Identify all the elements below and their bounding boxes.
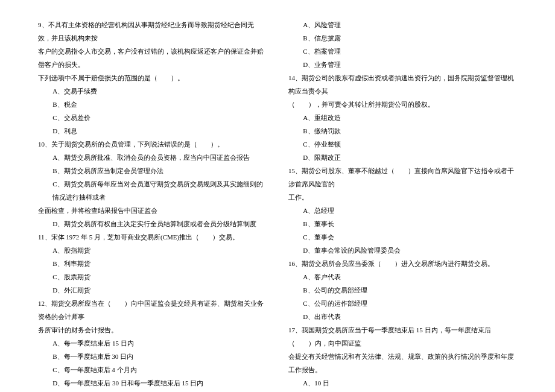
q15-stem-line1: 15、期货公司股东、董事不能越过（ ）直接向首席风险官下达指令或者干涉首席风险官… <box>288 164 517 191</box>
q16-option-d: D、出市代表 <box>288 310 517 323</box>
q10-option-b: B、期货交易所应当制定会员管理办法 <box>38 164 267 177</box>
q15-option-a: A、总经理 <box>288 204 517 217</box>
question-11: 11、宋体 1972 年 5 月，芝加哥商业交易所(CME)推出（ ）交易。 A… <box>38 230 267 297</box>
question-13-options: A、风险管理 B、信息披露 C、档案管理 D、业务管理 <box>288 18 517 71</box>
q16-option-c: C、公司的运作部经理 <box>288 297 517 310</box>
question-17: 17、我国期货交易所应当于每一季度结束后 15 日内，每一年度结束后（ ）内，向… <box>288 323 517 392</box>
q15-option-b: B、董事长 <box>288 217 517 230</box>
right-column: A、风险管理 B、信息披露 C、档案管理 D、业务管理 14、期货公司的股东有虚… <box>284 18 522 392</box>
q12-stem-line2: 务所审计的财务会计报告。 <box>38 323 267 337</box>
q16-option-b: B、公司的交易部经理 <box>288 283 517 297</box>
q17-stem-line1: 17、我国期货交易所应当于每一季度结束后 15 日内，每一年度结束后（ ）内，向… <box>288 323 517 350</box>
q12-option-c: C、每一年度结束后 4 个月内 <box>38 363 267 376</box>
question-14: 14、期货公司的股东有虚假出资或者抽逃出资行为的，国务院期货监督管理机构应当责令… <box>288 71 517 164</box>
q17-stem-line2: 会提交有关经营情况和有关法律、法规、规章、政策的执行情况的季度和年度工作报告。 <box>288 350 517 376</box>
q15-option-c: C、董事会 <box>288 230 517 244</box>
q14-option-c: C、停业整顿 <box>288 138 517 151</box>
page-content: 9、不具有主体资格的经营机构因从事期货经纪业务而导致期货经纪合同无效，并且该机构… <box>0 0 555 392</box>
q14-stem-line2: （ ），并可责令其转让所持期货公司的股权。 <box>288 98 517 111</box>
q9-option-b: B、税金 <box>38 98 267 111</box>
q9-stem-line2: 客户的交易指令人市交易，客户没有过错的，该机构应返还客户的保证金并赔偿客户的损失… <box>38 45 267 71</box>
q12-option-a: A、每一季度结束后 15 日内 <box>38 337 267 350</box>
q13-option-a: A、风险管理 <box>288 18 517 31</box>
q13-option-d: D、业务管理 <box>288 58 517 71</box>
q15-option-d: D、董事会常设的风险管理委员会 <box>288 244 517 257</box>
q9-option-c: C、交易差价 <box>38 111 267 124</box>
question-13: 13、期货公司应当遵守（ ）制度，保障客户保证金的存管安全，按照期货交易所的规定… <box>38 390 267 392</box>
q11-option-c: C、股票期货 <box>38 270 267 283</box>
q14-stem-line1: 14、期货公司的股东有虚假出资或者抽逃出资行为的，国务院期货监督管理机构应当责令… <box>288 71 517 98</box>
q10-option-c-line2: 全面检查，并将检查结果报告中国证监会 <box>38 204 267 217</box>
q9-option-a: A、交易手续费 <box>38 84 267 98</box>
q12-option-d: D、每一年度结束后 30 日和每一季度结束后 15 日内 <box>38 376 267 390</box>
q16-option-a: A、客户代表 <box>288 270 517 283</box>
question-16: 16、期货交易所会员应当委派（ ）进入交易所场内进行期货交易。 A、客户代表 B… <box>288 257 517 323</box>
question-15: 15、期货公司股东、董事不能越过（ ）直接向首席风险官下达指令或者干涉首席风险官… <box>288 164 517 257</box>
q9-option-d: D、利息 <box>38 124 267 138</box>
q14-option-d: D、限期改正 <box>288 151 517 164</box>
q9-stem-line3: 下列选项中不属于赔偿损失的范围的是（ ）。 <box>38 71 267 84</box>
q17-option-a: A、10 日 <box>288 376 517 390</box>
q11-stem: 11、宋体 1972 年 5 月，芝加哥商业交易所(CME)推出（ ）交易。 <box>38 230 267 244</box>
q17-option-b: B、20 日 <box>288 390 517 392</box>
q14-option-b: B、缴纳罚款 <box>288 124 517 138</box>
q10-stem: 10、关于期货交易所的会员管理，下列说法错误的是（ ）。 <box>38 138 267 151</box>
q11-option-a: A、股指期货 <box>38 244 267 257</box>
question-12: 12、期货交易所应当在（ ）向中国证监会提交经具有证券、期货相关业务资格的会计师… <box>38 297 267 390</box>
q13-option-b: B、信息披露 <box>288 31 517 45</box>
q16-stem: 16、期货交易所会员应当委派（ ）进入交易所场内进行期货交易。 <box>288 257 517 270</box>
q14-option-a: A、重组改造 <box>288 111 517 124</box>
left-column: 9、不具有主体资格的经营机构因从事期货经纪业务而导致期货经纪合同无效，并且该机构… <box>33 18 271 392</box>
q10-option-d: D、期货交易所有权自主决定实行全员结算制度或者会员分级结算制度 <box>38 217 267 230</box>
q13-option-c: C、档案管理 <box>288 45 517 58</box>
q13-stem-line1: 13、期货公司应当遵守（ ）制度，保障客户保证金的存管安全，按照期货交易所的规定… <box>38 390 267 392</box>
q11-option-d: D、外汇期货 <box>38 283 267 297</box>
q9-stem-line1: 9、不具有主体资格的经营机构因从事期货经纪业务而导致期货经纪合同无效，并且该机构… <box>38 18 267 45</box>
q12-option-b: B、每一季度结束后 30 日内 <box>38 350 267 363</box>
question-10: 10、关于期货交易所的会员管理，下列说法错误的是（ ）。 A、期货交易所批准、取… <box>38 138 267 230</box>
q10-option-a: A、期货交易所批准、取消会员的会员资格，应当向中国证监会报告 <box>38 151 267 164</box>
q15-stem-line2: 工作。 <box>288 191 517 204</box>
q12-stem-line1: 12、期货交易所应当在（ ）向中国证监会提交经具有证券、期货相关业务资格的会计师… <box>38 297 267 323</box>
q10-option-c-line1: C、期货交易所每年应当对会员遵守期货交易所交易规则及其实施细则的情况进行抽样或者 <box>38 177 267 204</box>
q11-option-b: B、利率期货 <box>38 257 267 270</box>
question-9: 9、不具有主体资格的经营机构因从事期货经纪业务而导致期货经纪合同无效，并且该机构… <box>38 18 267 138</box>
